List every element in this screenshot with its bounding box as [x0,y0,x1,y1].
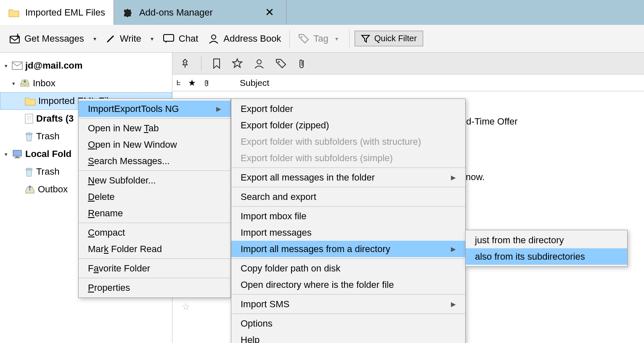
write-dropdown[interactable]: ▾ [148,35,156,42]
menu-search-messages[interactable]: Search Messages... [79,153,231,169]
tab-imported-eml[interactable]: Imported EML Files [0,0,114,25]
thread-column-icon[interactable]: ᖶ [177,79,180,87]
drafts-icon [24,113,34,124]
menu-export-sub-simple: Export folder with subfolders (simple) [231,150,465,166]
star-icon[interactable]: ☆ [182,301,190,312]
chat-icon [163,34,175,44]
menu-separator [231,294,465,295]
svg-point-2 [212,35,216,39]
tab-addons-manager[interactable]: Add-ons Manager ✕ [114,0,286,25]
menu-just-from-dir[interactable]: just from the directory [466,232,627,248]
close-icon[interactable]: ✕ [265,6,274,19]
menu-properties[interactable]: Properties [79,279,231,296]
svg-rect-11 [16,157,19,157]
contact-icon[interactable] [254,58,265,69]
svg-rect-4 [12,62,22,69]
filter-icon-bar [172,53,644,74]
tag-icon [298,34,309,44]
menu-export-all[interactable]: Export all messages in the folder▶ [231,169,465,186]
menu-export-sub-struct: Export folder with subfolders (with stru… [231,133,465,150]
menu-separator [231,206,465,207]
menu-label: ImportExportTools NG [88,104,179,114]
local-folders-label: Local Fold [25,149,72,160]
svg-rect-1 [164,35,174,41]
account-row[interactable]: ▾ jd@mail.com [0,57,172,74]
get-messages-button[interactable]: Get Messages [6,31,87,47]
submenu-arrow-icon: ▶ [451,174,456,181]
menu-separator [79,118,231,119]
svg-rect-12 [14,157,20,158]
menu-import-all-dir[interactable]: Import all messages from a directory▶ [231,241,465,257]
bookmark-icon[interactable] [212,58,221,69]
menu-open-new-window[interactable]: Open in New Window [79,136,231,153]
tab-title: Add-ons Manager [139,7,213,18]
menu-also-subdirs[interactable]: also from its subdirectories [466,248,627,265]
import-export-submenu: Export folder Export folder (zipped) Exp… [231,98,466,343]
menu-separator [79,170,231,171]
attachment-icon[interactable] [297,58,306,69]
submenu-arrow-icon: ▶ [451,245,456,253]
svg-point-14 [257,60,261,64]
menu-options[interactable]: Options [231,315,465,332]
menu-import-messages[interactable]: Import messages [231,224,465,241]
twisty-icon[interactable]: ▾ [10,80,17,87]
quick-filter-button[interactable]: Quick Filter [355,31,423,46]
filter-icon [361,34,370,43]
folder-context-menu: ImportExportTools NG ▶ Open in New Tab O… [78,98,231,298]
menu-import-mbox[interactable]: Import mbox file [231,208,465,224]
menu-help[interactable]: Help [231,332,465,343]
menu-importexporttools[interactable]: ImportExportTools NG ▶ [79,101,231,117]
submenu-arrow-icon: ▶ [451,300,456,308]
local-trash-label: Trash [36,166,59,177]
inbox-row[interactable]: ▾ Inbox [0,74,172,92]
get-messages-dropdown[interactable]: ▾ [91,35,99,42]
menu-open-dir[interactable]: Open directory where is the folder file [231,277,465,293]
tag-label: Tag [313,33,328,44]
svg-rect-5 [25,114,33,123]
tag-icon[interactable] [276,58,286,69]
star-icon[interactable] [232,58,243,69]
subject-column-header[interactable]: Subject [240,78,269,88]
tag-button[interactable]: Tag ▾ [295,31,344,47]
write-button[interactable]: Write [102,31,145,47]
menu-copy-path[interactable]: Copy folder path on disk [231,260,465,277]
pencil-icon [106,34,116,44]
menu-separator [79,278,231,278]
main-toolbar: Get Messages ▾ Write ▾ Chat Address Book… [0,25,644,53]
twisty-icon[interactable]: ▾ [3,151,9,157]
star-column-icon[interactable]: ★ [188,78,196,88]
get-messages-label: Get Messages [24,33,84,44]
message-fragment: ted-Time Offer [458,116,518,127]
menu-export-zipped[interactable]: Export folder (zipped) [231,117,465,133]
menu-rename[interactable]: Rename [79,205,231,221]
trash-icon [24,166,34,177]
menu-export-folder[interactable]: Export folder [231,101,465,117]
twisty-icon[interactable]: ▾ [3,63,9,69]
chat-label: Chat [179,33,198,44]
menu-compact[interactable]: Compact [79,224,231,241]
pin-icon[interactable] [180,58,190,69]
address-book-button[interactable]: Address Book [205,31,284,47]
import-dir-submenu: just from the directory also from its su… [465,230,628,267]
outbox-icon [24,185,35,194]
menu-search-export[interactable]: Search and export [231,189,465,205]
address-book-label: Address Book [223,33,281,44]
puzzle-icon [122,7,133,18]
write-label: Write [120,33,141,44]
menu-mark-folder-read[interactable]: Mark Folder Read [79,241,231,257]
folder-icon [25,96,36,106]
menu-open-new-tab[interactable]: Open in New Tab [79,120,231,136]
svg-point-15 [278,61,280,63]
menu-delete[interactable]: Delete [79,189,231,205]
menu-import-sms[interactable]: Import SMS▶ [231,296,465,312]
attachment-column-icon[interactable] [204,79,209,87]
chat-button[interactable]: Chat [159,31,201,47]
mail-icon [12,61,23,70]
menu-separator [231,314,465,314]
menu-favorite-folder[interactable]: Favorite Folder [79,260,231,277]
menu-new-subfolder[interactable]: New Subfolder... [79,172,231,189]
trash-label: Trash [36,131,59,142]
menu-separator [79,223,231,223]
inbox-icon [19,79,30,88]
toolbar-separator [289,30,290,48]
